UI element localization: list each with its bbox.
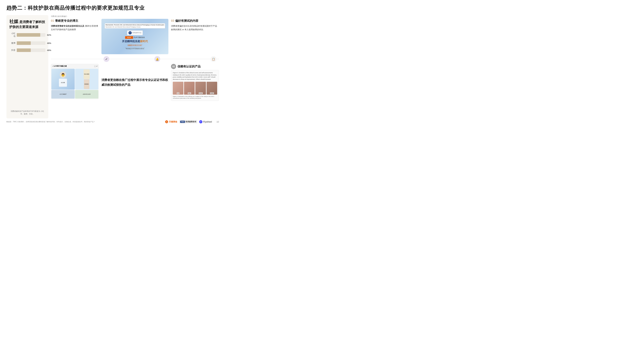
bar-track-3: 49% [17,48,46,52]
section-01: 01 青睐更专业的博主 消费者更青睐专业的皮肤科医生以及 测评/分享类博主对于护… [51,19,99,54]
card-steps: 4步正确修护 [51,90,75,99]
skin-img-d0: D0 [173,82,184,95]
left-title: 社媒 是消费者了解科技护肤的主要渠道来源 [9,18,46,29]
section-01-title: 青睐更专业的博主 [55,19,78,23]
flywheel-icon: ⟳ [199,120,202,123]
tmic-logo: TMIC 快消趋势发布 [179,120,197,123]
globe-icon: ⊕ [128,31,132,34]
left-footer: 消费者被科技产品种草的TOP3渠道为 小红书、微博、抖音。 [9,110,46,115]
bar-value-2: 49% [47,42,51,44]
skin-label-d0: D0 [177,92,179,94]
skin-img-d84: D84 [184,82,195,95]
bell-icon: 🔔 [156,58,159,61]
doctor-avatar: 👨 [60,72,66,78]
skin-img-d365: D365 [206,82,217,95]
skin-img-d180: D180 [195,82,206,95]
social-icons: ⬚ ↗ [94,65,98,67]
mid-divider-section: ⤢ 🔔 📋 [51,54,219,64]
section-01-bold: 消费者更青睐专业的皮肤科医生以及 [51,25,84,27]
skin-label-d84: D84 [188,92,191,94]
card-extra: 皮肤科医生推荐 [75,90,98,99]
testimonial-text: 消费者更信赖在推广过程中展示有专业认证证书和权威功效测试报告的产品 [102,77,168,87]
world-congress-title: 世界皮肤学大会 [132,32,141,34]
page-title: 趋势二：科技护肤在商品传播过程中的要求更加规范且专业 [6,4,219,11]
olay-logo: OLAY [125,36,133,39]
tmic-text: 快消趋势发布 [186,120,196,123]
footer: 数据源：TMIC-问卷调研；:您希望或者容易在哪些渠道了解科技护肤（专利成分，生… [6,118,219,123]
bar-label-3: 抖音 [9,49,16,52]
world-congress-badge: ⊕ 世界皮肤学大会 [127,30,143,35]
bar-fill-3 [17,48,31,52]
bar-value-3: 49% [47,49,51,51]
top-row: 01 青睐更专业的博主 消费者更青睐专业的皮肤科医生以及 测评/分享类博主对于护… [51,19,219,54]
bar-track-1: 82% [17,33,46,37]
section-02-number: 02 [171,64,176,69]
bar-track-2: 49% [17,41,46,45]
paper-title: Niacinamide: Prevents UVA- and Ultraviol… [106,24,164,26]
bottom-row: ‹ LA MER 海蓝之谜 ⬚ ↗ 👨 白大褂 补水≠保湿 [51,64,219,101]
card-supplement: 补水≠保湿 [84,69,90,79]
content-card-right: 补水≠保湿 抗衰成分 [75,69,98,90]
section-02-wrapper: 02 信赖有认证的产品 Figure 5: Evolution of the c… [171,64,219,101]
consumer-label: 消费者社媒传播偏好： [51,15,219,17]
olay-announce: OLAY 重磅发表 [134,36,145,39]
share-icon-circle: ⤢ [104,56,109,62]
center-image: Niacinamide: Prevents UVA- and Ultraviol… [102,19,168,54]
bar-value-1: 82% [47,34,51,36]
section-03-title: 偏好有测试的内容 [175,19,198,23]
section-02-title: 信赖有认证的产品 [178,64,200,68]
bar-label-2: 微博 [9,42,16,44]
section-03-text: 消费者更偏好在KOL宣传商品时有测试团对于产品效果的测试 or 本人使用效果的对… [171,24,219,31]
section-03: 03 偏好有测试的内容 消费者更偏好在KOL宣传商品时有测试团对于产品效果的测试… [171,19,219,54]
anti-niacinamide: 烟酰胺卓效抗光老* [128,44,142,46]
bar-weibo: 微博 49% [9,41,46,45]
tmall-icon: 天 [165,120,168,123]
skin-label-d180: D180 [199,92,203,94]
card-extra-text: 皮肤科医生推荐 [82,93,91,96]
quote-text: "有效减少UV导致的光老化" [125,47,144,50]
bar-fill-2 [17,41,31,45]
section-02-header: 02 信赖有认证的产品 [171,64,219,69]
tmall-text: 天猫美妆 [169,120,177,123]
la-mer-label: LA MER 海蓝之谜 [54,65,67,67]
tmic-badge: TMIC [180,121,185,123]
main-slogan: 开启精华抗光老新时代 [122,40,148,43]
olay-logo-row: OLAY OLAY 重磅发表 [125,36,145,39]
doc-icon-circle: 📋 [210,56,216,62]
document-icon: 📋 [212,58,215,61]
doctor-coat: 白大褂 [59,79,67,87]
section-01-header: 01 青睐更专业的博主 [51,19,99,23]
svg-text:天: 天 [166,121,168,123]
sci-caption-2: Figure 6: Illustration of the efficacy o… [173,96,217,99]
footer-logos: 天 天猫美妆 TMIC 快消趋势发布 ⟳ Flywheel 10 [165,120,219,123]
left-panel: 社媒 是消费者了解科技护肤的主要渠道来源 小红书 82% 微博 [6,15,48,118]
skin-label-d365: D365 [210,92,214,94]
section-03-number: 03 [171,19,174,22]
bar-xiaohongshu: 小红书 82% [9,32,46,38]
right-area: 消费者社媒传播偏好： 01 青睐更专业的博主 消费者更青睐专业的皮肤科医生以及 … [51,15,219,118]
skin-images: D0 D84 D180 D365 [173,82,217,95]
bell-icon-circle: 🔔 [154,56,160,62]
share-icon: ⤢ [105,58,108,61]
tmall-logo: 天 天猫美妆 [165,120,177,123]
back-icon: ‹ [52,65,53,67]
social-grid: 👨 白大褂 补水≠保湿 抗衰成分 4步正确修护 皮肤科医生推荐 [51,68,99,99]
sci-caption-1: Figure 5: Evolution of the clinical scor… [173,72,217,80]
paper-visual: Niacinamide: Prevents UVA- and Ultraviol… [105,23,165,28]
bar-chart: 小红书 82% 微博 49% [9,32,46,52]
scientific-box: Figure 5: Evolution of the clinical scor… [171,70,219,101]
section-01-number: 01 [51,19,54,22]
flywheel-logo: ⟳ Flywheel [199,120,212,123]
bar-douyin: 抖音 49% [9,48,46,52]
section-01-text: 消费者更青睐专业的皮肤科医生以及 测评/分享类博主对于护肤科技产品的推荐 [51,24,99,31]
new-era-highlight: 新时代 [140,40,148,43]
bar-fill-1 [17,33,40,37]
social-mockup: ‹ LA MER 海蓝之谜 ⬚ ↗ 👨 白大褂 补水≠保湿 [51,64,99,99]
main-title-1: 开启精华抗光老 [122,40,140,43]
card-repair: 抗衰成分 [84,79,89,89]
doctor-card: 👨 白大褂 [51,69,75,90]
bar-label-1: 小红书 [9,32,16,38]
page-number: 10 [216,120,219,123]
social-header: ‹ LA MER 海蓝之谜 ⬚ ↗ [51,64,99,68]
bottom-center: 消费者更信赖在推广过程中展示有专业认证证书和权威功效测试报告的产品 [102,64,168,101]
